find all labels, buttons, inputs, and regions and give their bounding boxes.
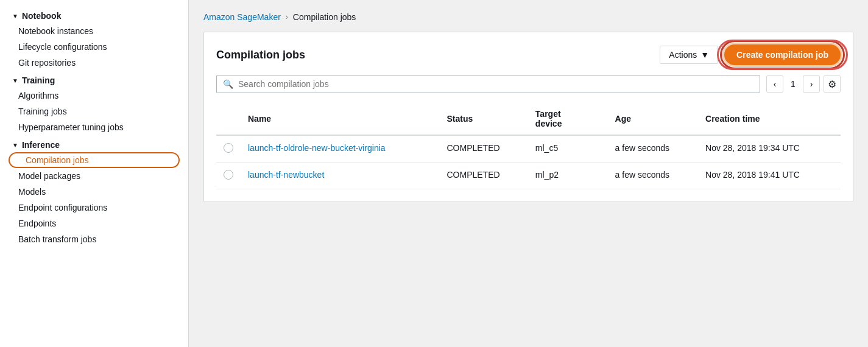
sidebar-section-training: ▼ Training Algorithms Training jobs Hype…	[0, 71, 188, 135]
next-page-button[interactable]: ›	[803, 75, 820, 93]
row2-age-cell: a few seconds	[608, 163, 698, 189]
sidebar-item-training-jobs[interactable]: Training jobs	[0, 103, 188, 119]
sidebar-item-batch-transform-jobs[interactable]: Batch transform jobs	[0, 231, 188, 247]
table-header: Name Status Targetdevice Age Creation ti…	[216, 103, 841, 135]
row2-radio-button[interactable]	[224, 170, 233, 180]
sidebar-item-lifecycle-configurations[interactable]: Lifecycle configurations	[0, 39, 188, 55]
create-btn-wrapper: Create compilation job	[724, 44, 841, 65]
row2-name-cell: launch-tf-newbucket	[241, 163, 440, 189]
row2-creation-cell: Nov 28, 2018 19:41 UTC	[698, 163, 841, 189]
breadcrumb-current: Compilation jobs	[293, 12, 356, 22]
main-content: Amazon SageMaker › Compilation jobs Comp…	[189, 0, 868, 347]
sidebar: ▼ Notebook Notebook instances Lifecycle …	[0, 0, 189, 347]
row2-status-cell: COMPLETED	[440, 163, 528, 189]
row1-name-cell: launch-tf-oldrole-new-bucket-virginia	[241, 135, 440, 163]
table-body: launch-tf-oldrole-new-bucket-virginia CO…	[216, 135, 841, 189]
breadcrumb: Amazon SageMaker › Compilation jobs	[203, 12, 853, 22]
sidebar-section-header-inference: ▼ Inference	[0, 135, 188, 152]
breadcrumb-sagemaker-link[interactable]: Amazon SageMaker	[203, 12, 281, 22]
search-icon: 🔍	[223, 79, 233, 89]
sidebar-section-label-inference: Inference	[22, 140, 60, 150]
header-actions: Actions ▼ Create compilation job	[660, 44, 841, 65]
table-row: launch-tf-oldrole-new-bucket-virginia CO…	[216, 135, 841, 163]
row2-target-cell: ml_p2	[528, 163, 608, 189]
col-header-name: Name	[241, 103, 440, 135]
col-header-age: Age	[608, 103, 698, 135]
sidebar-item-model-packages[interactable]: Model packages	[0, 168, 188, 184]
row1-creation-cell: Nov 28, 2018 19:34 UTC	[698, 135, 841, 163]
compilation-jobs-panel: Compilation jobs Actions ▼ Create compil…	[203, 32, 853, 202]
create-compilation-job-button[interactable]: Create compilation job	[724, 44, 841, 65]
sidebar-section-notebook: ▼ Notebook Notebook instances Lifecycle …	[0, 6, 188, 71]
table-row: launch-tf-newbucket COMPLETED ml_p2 a fe…	[216, 163, 841, 189]
col-header-creation-time: Creation time	[698, 103, 841, 135]
inference-arrow-icon: ▼	[12, 142, 18, 149]
sidebar-item-notebook-instances[interactable]: Notebook instances	[0, 23, 188, 39]
sidebar-item-endpoints[interactable]: Endpoints	[0, 216, 188, 231]
row1-target-cell: ml_c5	[528, 135, 608, 163]
compilation-jobs-table: Name Status Targetdevice Age Creation ti…	[216, 103, 841, 189]
sidebar-section-label-training: Training	[22, 75, 55, 85]
notebook-arrow-icon: ▼	[12, 13, 18, 19]
sidebar-item-endpoint-configurations[interactable]: Endpoint configurations	[0, 200, 188, 216]
col-header-status: Status	[440, 103, 528, 135]
sidebar-item-hyperparameter-tuning-jobs[interactable]: Hyperparameter tuning jobs	[0, 119, 188, 135]
sidebar-item-compilation-jobs[interactable]: Compilation jobs	[9, 152, 180, 168]
col-header-target-device: Targetdevice	[528, 103, 608, 135]
actions-label: Actions	[669, 50, 697, 60]
sidebar-section-inference: ▼ Inference Compilation jobs Model packa…	[0, 135, 188, 247]
page-number: 1	[787, 79, 799, 89]
row1-radio-button[interactable]	[224, 143, 233, 153]
settings-button[interactable]: ⚙	[824, 75, 841, 93]
panel-title: Compilation jobs	[216, 49, 305, 61]
sidebar-section-label-notebook: Notebook	[22, 11, 62, 21]
search-box: 🔍	[216, 75, 760, 93]
row2-job-link[interactable]: launch-tf-newbucket	[248, 170, 324, 180]
row1-age-cell: a few seconds	[608, 135, 698, 163]
row2-select-cell	[216, 163, 241, 189]
sidebar-section-header-training: ▼ Training	[0, 71, 188, 88]
panel-header: Compilation jobs Actions ▼ Create compil…	[216, 44, 841, 65]
search-row: 🔍 ‹ 1 › ⚙	[216, 75, 841, 93]
row1-job-link[interactable]: launch-tf-oldrole-new-bucket-virginia	[248, 143, 386, 153]
breadcrumb-separator: ›	[286, 13, 288, 21]
sidebar-item-git-repositories[interactable]: Git repositories	[0, 55, 188, 71]
row1-status-cell: COMPLETED	[440, 135, 528, 163]
actions-button[interactable]: Actions ▼	[660, 46, 718, 64]
sidebar-item-models[interactable]: Models	[0, 184, 188, 200]
prev-page-button[interactable]: ‹	[766, 75, 783, 93]
training-arrow-icon: ▼	[12, 77, 18, 84]
search-input[interactable]	[238, 79, 753, 89]
row1-select-cell	[216, 135, 241, 163]
sidebar-item-algorithms[interactable]: Algorithms	[0, 88, 188, 103]
pagination: ‹ 1 › ⚙	[766, 75, 841, 93]
col-header-select	[216, 103, 241, 135]
actions-arrow-icon: ▼	[700, 50, 709, 60]
sidebar-section-header-notebook: ▼ Notebook	[0, 6, 188, 23]
